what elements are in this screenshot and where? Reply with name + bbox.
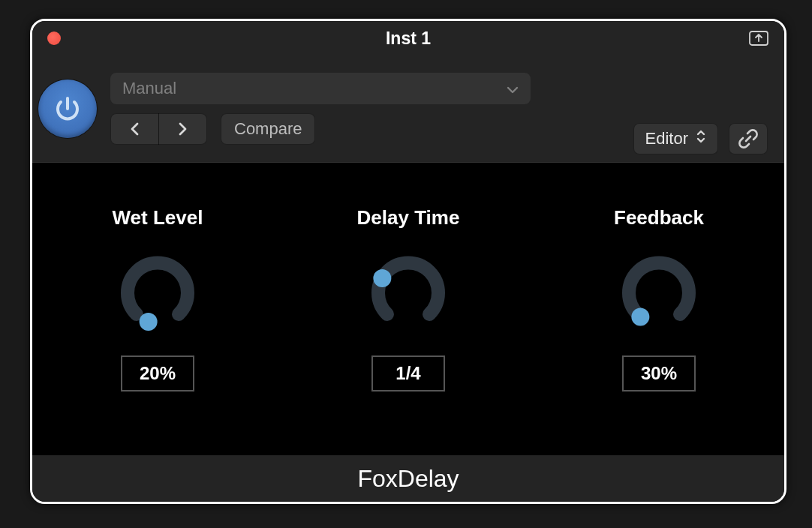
knob-label: Delay Time (357, 206, 460, 230)
link-button[interactable] (729, 123, 768, 154)
knob-value[interactable]: 1/4 (371, 356, 445, 392)
window-title: Inst 1 (386, 28, 431, 49)
knob-control[interactable] (618, 252, 700, 334)
chevron-down-icon (507, 79, 519, 98)
preset-select[interactable]: Manual (110, 73, 531, 104)
close-button[interactable] (47, 32, 61, 45)
popout-icon[interactable] (748, 30, 769, 46)
compare-label: Compare (234, 119, 302, 139)
svg-point-1 (140, 313, 158, 331)
titlebar: Inst 1 (32, 21, 784, 56)
knob-wet-level: Wet Level 20% (68, 206, 248, 392)
svg-point-3 (631, 308, 649, 326)
plugin-window: Inst 1 Manual (30, 19, 786, 504)
knob-label: Wet Level (113, 206, 203, 230)
plugin-footer: FoxDelay (32, 455, 784, 502)
editor-label: Editor (645, 129, 688, 148)
knob-control[interactable] (367, 252, 450, 334)
knob-delay-time: Delay Time 1/4 (318, 206, 498, 392)
knob-feedback: Feedback 30% (569, 206, 749, 392)
knob-label: Feedback (614, 206, 704, 230)
plugin-body: Wet Level 20% Delay Time 1/4 Feedback (32, 163, 784, 455)
toolbar-right: Editor (633, 48, 768, 170)
toolbar-row2: Compare (110, 113, 620, 145)
knob-control[interactable] (116, 252, 199, 334)
compare-button[interactable]: Compare (221, 113, 315, 145)
knob-value[interactable]: 20% (121, 356, 194, 392)
knob-value[interactable]: 30% (622, 356, 696, 392)
editor-toggle[interactable]: Editor (633, 123, 718, 154)
preset-next-button[interactable] (158, 113, 207, 145)
plugin-name: FoxDelay (357, 465, 459, 493)
svg-point-2 (373, 269, 391, 287)
toolbar-middle: Manual (110, 73, 620, 145)
power-button[interactable] (38, 80, 97, 138)
toolbar: Manual (32, 56, 784, 163)
preset-name: Manual (122, 79, 176, 98)
preset-nav (110, 113, 207, 145)
preset-prev-button[interactable] (110, 113, 158, 145)
up-down-icon (696, 128, 706, 149)
